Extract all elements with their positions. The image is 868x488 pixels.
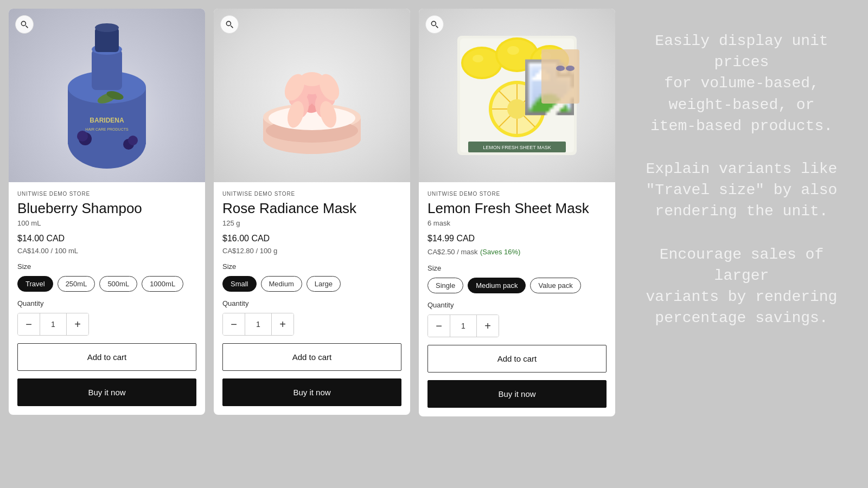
svg-point-57 — [507, 99, 527, 119]
svg-text:BARIDENA: BARIDENA — [90, 117, 124, 124]
buy-now-button-2[interactable]: Buy it now — [222, 378, 401, 406]
qty-label-2: Quantity — [222, 299, 401, 307]
product-title-3: Lemon Fresh Sheet Mask — [427, 200, 607, 217]
size-btn-500ml[interactable]: 500mL — [99, 276, 137, 292]
store-name-3: UNITWISE DEMO STORE — [427, 191, 607, 197]
zoom-button-2[interactable] — [220, 15, 239, 34]
quantity-control-3: − + — [427, 314, 499, 337]
svg-text:HAIR CARE PRODUCTS: HAIR CARE PRODUCTS — [85, 127, 129, 131]
qty-label-1: Quantity — [17, 299, 196, 307]
sidebar-text-1: Easily display unit pricesfor volume-bas… — [635, 30, 848, 137]
size-btn-value-pack[interactable]: Value pack — [530, 278, 580, 293]
svg-point-43 — [463, 49, 500, 77]
svg-point-37 — [300, 72, 324, 86]
product-price-1: $14.00 CAD — [17, 234, 196, 243]
svg-line-39 — [436, 25, 438, 28]
product-title-2: Rose Radiance Mask — [222, 200, 401, 217]
product-image-container-3: LEMON FRESH SHEET MASK — [419, 9, 615, 182]
svg-point-44 — [473, 55, 483, 62]
savings-badge-3: (Saves 16%) — [480, 248, 520, 256]
svg-point-17 — [226, 21, 231, 25]
size-options-2: Small Medium Large — [222, 276, 401, 292]
size-btn-large[interactable]: Large — [307, 276, 341, 292]
size-btn-medium-pack[interactable]: Medium pack — [468, 278, 526, 293]
qty-increase-2[interactable]: + — [272, 313, 293, 335]
product-unit-price-1: CA$14.00 / 100 mL — [17, 247, 196, 255]
qty-decrease-2[interactable]: − — [223, 313, 245, 335]
qty-decrease-1[interactable]: − — [18, 313, 40, 335]
size-btn-250ml[interactable]: 250mL — [58, 276, 95, 292]
zoom-button-1[interactable] — [15, 15, 34, 34]
product-unit-1: 100 mL — [17, 219, 196, 227]
size-btn-travel[interactable]: Travel — [17, 276, 53, 292]
svg-point-47 — [507, 46, 519, 55]
add-to-cart-button-1[interactable]: Add to cart — [17, 343, 196, 371]
qty-input-2[interactable] — [245, 313, 272, 335]
product-unit-3: 6 mask — [427, 219, 607, 227]
qty-increase-1[interactable]: + — [67, 313, 88, 335]
qty-decrease-3[interactable]: − — [428, 315, 450, 337]
product-info-2: UNITWISE DEMO STORE Rose Radiance Mask 1… — [214, 182, 410, 415]
product-unit-2: 125 g — [222, 219, 401, 227]
store-name-2: UNITWISE DEMO STORE — [222, 191, 401, 197]
quantity-control-2: − + — [222, 313, 294, 336]
product-unit-price-savings-3: CA$2.50 / mask (Saves 16%) — [427, 247, 607, 256]
products-area: BARIDENA HAIR CARE PRODUCTS UNITWISE DEM… — [9, 9, 615, 416]
sidebar-text-3: Encourage sales of largervariants by ren… — [635, 244, 848, 329]
svg-point-12 — [77, 131, 88, 142]
qty-increase-3[interactable]: + — [477, 315, 499, 337]
product-card-1: BARIDENA HAIR CARE PRODUCTS UNITWISE DEM… — [9, 9, 205, 415]
store-name-1: UNITWISE DEMO STORE — [17, 191, 196, 197]
size-label-1: Size — [17, 262, 196, 271]
sidebar-text: Easily display unit pricesfor volume-bas… — [624, 9, 859, 350]
qty-input-3[interactable] — [450, 315, 477, 337]
svg-point-38 — [431, 21, 436, 25]
size-btn-small[interactable]: Small — [222, 276, 257, 292]
sidebar-text-2: Explain variants like"Travel size" by al… — [646, 158, 838, 222]
svg-rect-5 — [92, 49, 122, 90]
quantity-control-1: − + — [17, 313, 89, 336]
product-price-3: $14.99 CAD — [427, 234, 607, 243]
size-options-3: Single Medium pack Value pack — [427, 278, 607, 293]
svg-point-59 — [556, 66, 565, 71]
product-image-1: BARIDENA HAIR CARE PRODUCTS — [9, 9, 205, 182]
product-info-3: UNITWISE DEMO STORE Lemon Fresh Sheet Ma… — [419, 182, 615, 416]
svg-point-8 — [95, 23, 119, 32]
svg-rect-58 — [541, 49, 579, 104]
product-card-3: LEMON FRESH SHEET MASK UNITWISE DEMO STO… — [419, 9, 615, 416]
svg-point-60 — [566, 66, 575, 71]
product-image-3: LEMON FRESH SHEET MASK — [419, 9, 615, 182]
svg-point-0 — [21, 21, 25, 25]
add-to-cart-button-3[interactable]: Add to cart — [427, 345, 607, 373]
size-btn-1000ml[interactable]: 1000mL — [142, 276, 183, 292]
size-btn-single[interactable]: Single — [427, 278, 463, 293]
buy-now-button-3[interactable]: Buy it now — [427, 380, 607, 408]
qty-input-1[interactable] — [40, 313, 67, 335]
size-btn-medium[interactable]: Medium — [261, 276, 302, 292]
size-label-2: Size — [222, 262, 401, 271]
product-price-2: $16.00 CAD — [222, 234, 401, 243]
qty-label-3: Quantity — [427, 301, 607, 309]
buy-now-button-1[interactable]: Buy it now — [17, 378, 196, 406]
size-options-1: Travel 250mL 500mL 1000mL — [17, 276, 196, 292]
product-image-container-1: BARIDENA HAIR CARE PRODUCTS — [9, 9, 205, 182]
product-unit-price-3: CA$2.50 / mask — [427, 248, 478, 256]
product-image-container-2 — [214, 9, 410, 182]
zoom-button-3[interactable] — [425, 15, 444, 34]
product-unit-price-2: CA$12.80 / 100 g — [222, 247, 401, 255]
svg-point-14 — [128, 136, 138, 145]
svg-text:LEMON FRESH SHEET MASK: LEMON FRESH SHEET MASK — [483, 145, 551, 150]
product-card-2: UNITWISE DEMO STORE Rose Radiance Mask 1… — [214, 9, 410, 415]
size-label-3: Size — [427, 264, 607, 272]
svg-line-1 — [25, 25, 28, 28]
add-to-cart-button-2[interactable]: Add to cart — [222, 343, 401, 371]
product-image-2 — [214, 9, 410, 182]
product-info-1: UNITWISE DEMO STORE Blueberry Shampoo 10… — [9, 182, 205, 415]
svg-line-18 — [231, 25, 233, 28]
product-title-1: Blueberry Shampoo — [17, 200, 196, 217]
